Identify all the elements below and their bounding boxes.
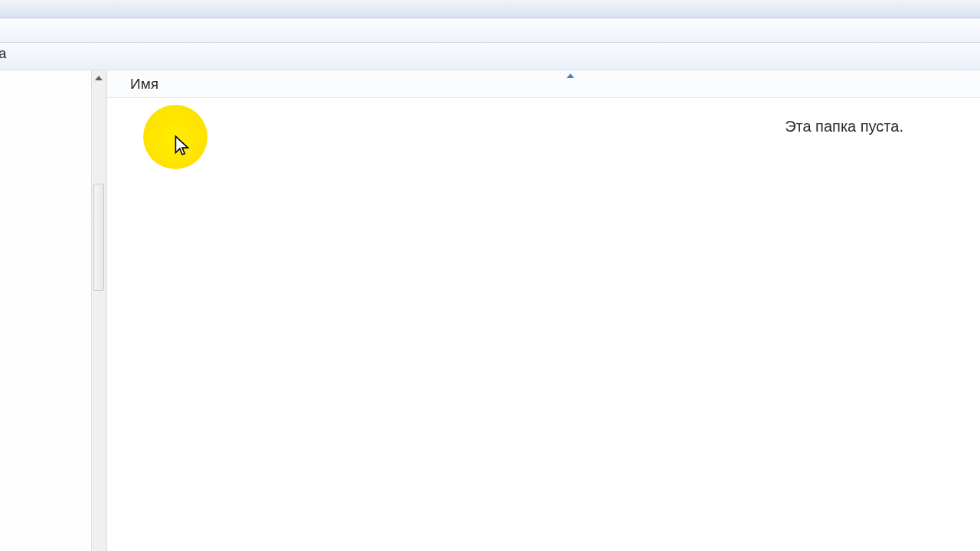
window-title-bar (0, 0, 980, 18)
column-name-label: Имя (130, 76, 158, 93)
navigation-pane[interactable] (0, 70, 106, 551)
address-bar[interactable] (0, 18, 980, 43)
nav-scrollbar[interactable] (91, 70, 106, 551)
empty-folder-message: Эта папка пуста. (785, 118, 903, 135)
scroll-up-button[interactable] (92, 70, 106, 86)
toolbar-partial-label: ка (0, 46, 6, 62)
toolbar (0, 43, 980, 70)
column-header-name[interactable]: Имя (107, 70, 582, 97)
cursor-icon (174, 135, 191, 161)
column-header-row: Имя (107, 70, 980, 98)
sort-ascending-icon (567, 73, 574, 78)
scrollbar-thumb[interactable] (93, 184, 104, 291)
file-list-pane[interactable]: Имя Эта папка пуста. (106, 70, 980, 551)
